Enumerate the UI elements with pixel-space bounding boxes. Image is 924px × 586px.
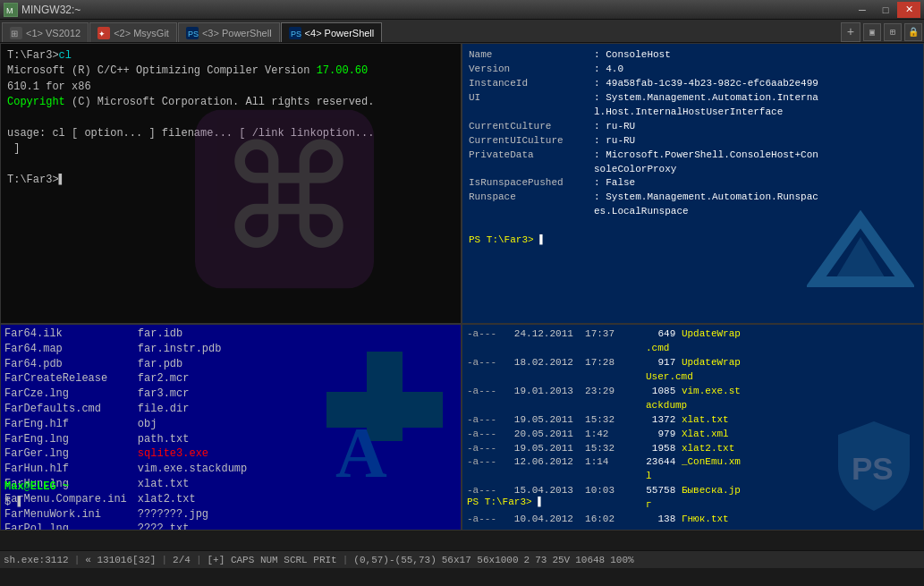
ps-file-row-1b: .cmd: [467, 342, 919, 356]
ps-prompt-line: PS T:\Far3> ▌: [469, 234, 917, 248]
status-val3: 25V: [552, 555, 570, 565]
far-file-11b: xlat.txt: [138, 477, 247, 492]
ps-file-row-3b: ackdump: [467, 399, 919, 413]
far-file-5b: far3.mcr: [138, 386, 247, 402]
window-controls: ─ □ ✕: [851, 2, 920, 18]
far-file-8b: path.txt: [138, 432, 247, 447]
cmd-content: T:\Far3>cl Microsoft (R) C/C++ Optimizin…: [7, 48, 454, 189]
cmd-line-1: T:\Far3>cl: [7, 48, 454, 64]
ps3-icon: PS: [186, 27, 199, 39]
status-sep-2: |: [161, 555, 167, 565]
status-count: « 131016[32]: [85, 555, 156, 565]
far-logo-overlay: A: [318, 343, 452, 491]
far-col2: far.idb far.instr.pdb far.pdb far2.mcr f…: [138, 327, 247, 531]
far-file-2a: Far64.map: [4, 342, 127, 357]
far-file-9a: FarGer.lng: [4, 446, 127, 462]
cmd-line-8: [7, 157, 454, 173]
status-sep-3: |: [196, 555, 202, 565]
status-panel: 2/4: [173, 555, 191, 565]
close-button[interactable]: ✕: [897, 2, 920, 18]
layout-button-2[interactable]: ⊞: [884, 23, 902, 41]
add-tab-button[interactable]: +: [841, 22, 860, 42]
ps-row-runspace2: es.LocalRunspace: [469, 205, 917, 219]
git-icon: ✦: [97, 27, 110, 39]
cmd-line-6: usage: cl [ option... ] filename... [ /l…: [7, 126, 454, 141]
svg-text:PS: PS: [291, 30, 301, 38]
far-file-3b: far.pdb: [138, 357, 247, 372]
far-file-9b: sqlite3.exe: [138, 446, 247, 462]
far-left-panel[interactable]: Far64.ilk Far64.map Far64.pdb FarCreateR…: [0, 324, 462, 531]
tab-bar: ⊞ <1> VS2012 ✦ <2> MsysGit PS <3> PowerS…: [0, 20, 924, 43]
cmd-line-4: Copyright (C) Microsoft Corporation. All…: [7, 95, 454, 110]
tab-ps3-label: <3> PowerShell: [202, 28, 272, 38]
powershell-panel[interactable]: Name: ConsoleHost Version: 4.0 InstanceI…: [462, 43, 924, 324]
status-sep-1: |: [74, 555, 81, 565]
tab-ps4[interactable]: PS <4> PowerShell: [281, 22, 383, 42]
cmd-line-7: ]: [7, 141, 454, 157]
svg-text:M: M: [6, 6, 13, 15]
ps-file-prompt: PS T:\Far3> ▌: [467, 496, 544, 510]
ps-row-ui2: l.Host.InternalHostUserInterface: [469, 106, 917, 120]
window-title: MINGW32:~: [21, 4, 81, 16]
svg-text:⊞: ⊞: [11, 29, 18, 38]
svg-text:A: A: [335, 413, 387, 486]
ps-file-row-4: -a--- 19.05.2011 15:32 1372 xlat.txt: [467, 413, 919, 428]
tab-ps4-label: <4> PowerShell: [305, 28, 375, 38]
far-file-6a: FarDefaults.cmd: [4, 402, 127, 417]
svg-text:PS: PS: [188, 30, 199, 38]
svg-rect-14: [367, 352, 403, 441]
main-content: T:\Far3>cl Microsoft (R) C/C++ Optimizin…: [0, 43, 924, 550]
minimize-button[interactable]: ─: [851, 2, 874, 18]
ps-row-privatedata: PrivateData: Microsoft.PowerShell.Consol…: [469, 149, 917, 163]
ps-row-ui: UI: System.Management.Automation.Interna: [469, 91, 917, 106]
status-val1: 2: [524, 555, 530, 565]
cmd-line-2: Microsoft (R) C/C++ Optimizing Compiler …: [7, 64, 454, 79]
ps-row-runspace: Runspace: System.Management.Automation.R…: [469, 191, 917, 205]
svg-rect-15: [326, 392, 443, 428]
ps-row-runspacepushed: IsRunspacePushed: False: [469, 176, 917, 191]
app-icon: M: [4, 3, 18, 17]
status-zoom: 100%: [610, 555, 633, 565]
ps4-icon: PS: [289, 27, 301, 39]
maximize-button[interactable]: □: [874, 2, 897, 18]
status-keys: [+] CAPS NUM SCRL PRIt: [207, 555, 336, 565]
title-bar: M MINGW32:~ ─ □ ✕: [0, 0, 924, 20]
ps-row-blank: [469, 219, 917, 234]
ps-file-row-3: -a--- 19.01.2013 23:29 1085 vim.exe.st: [467, 385, 919, 399]
far-file-7a: FarEng.hlf: [4, 417, 127, 432]
tab-msysgit[interactable]: ✦ <2> MsysGit: [89, 22, 177, 42]
ps-file-row-7b: l: [467, 470, 919, 484]
ps-row-version: Version: 4.0: [469, 63, 917, 77]
far-file-13b: ???????.jpg: [138, 507, 247, 522]
status-val2: 73: [535, 555, 547, 565]
far-file-4a: FarCreateRelease: [4, 371, 127, 386]
ps-row-name: Name: ConsoleHost: [469, 48, 917, 63]
lock-button[interactable]: 🔒: [904, 23, 922, 41]
cmd-panel[interactable]: T:\Far3>cl Microsoft (R) C/C++ Optimizin…: [0, 43, 462, 324]
far-file-2b: far.instr.pdb: [138, 342, 247, 357]
ps-file-row-6: -a--- 19.05.2011 15:32 1958 xlat2.txt: [467, 442, 919, 456]
ps-content: Name: ConsoleHost Version: 4.0 InstanceI…: [469, 48, 917, 248]
far-file-6b: file.dir: [138, 402, 247, 417]
vs-icon: ⊞: [10, 27, 22, 39]
layout-button-1[interactable]: ▣: [863, 23, 881, 41]
far-file-14b: ????.txt: [138, 522, 247, 531]
title-left: M MINGW32:~: [4, 3, 81, 17]
status-size: 56x17 56x1000: [442, 555, 519, 565]
status-process: sh.exe:3112: [4, 555, 69, 565]
far-file-10b: vim.exe.stackdump: [138, 462, 247, 477]
svg-text:✦: ✦: [98, 30, 106, 38]
far-file-7b: obj: [138, 417, 247, 432]
ps-file-panel[interactable]: -a--- 24.12.2011 17:37 649 UpdateWrap .c…: [462, 324, 924, 531]
ps-file-row-7: -a--- 12.06.2012 1:14 23644 _ConEmu.xm: [467, 455, 919, 470]
tab-vs2012[interactable]: ⊞ <1> VS2012: [2, 22, 89, 42]
ps-file-row-5: -a--- 20.05.2011 1:42 979 Xlat.xml: [467, 428, 919, 442]
far-file-10a: FarHun.hlf: [4, 462, 127, 477]
status-bar: sh.exe:3112 | « 131016[32] | 2/4 | [+] C…: [0, 550, 924, 568]
far-file-4b: far2.mcr: [138, 371, 247, 386]
ps-file-row-2: -a--- 18.02.2012 17:28 917 UpdateWrap: [467, 356, 919, 370]
status-position: (0,57)-(55,73): [353, 555, 436, 565]
tab-vs2012-label: <1> VS2012: [26, 28, 81, 38]
tab-ps3[interactable]: PS <3> PowerShell: [178, 22, 280, 42]
far-file-3a: Far64.pdb: [4, 357, 127, 372]
